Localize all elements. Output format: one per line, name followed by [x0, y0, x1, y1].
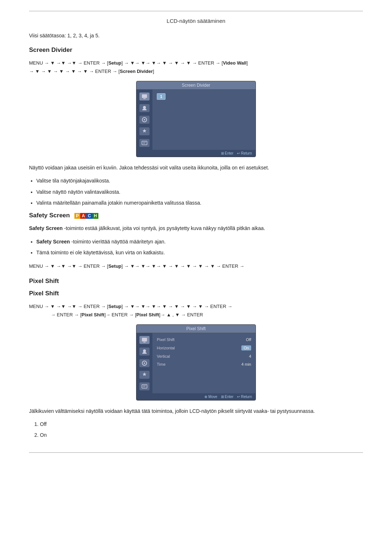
ps-row-vertical: Vertical 4	[157, 353, 251, 359]
ps-value-pixel-shift: Off	[246, 337, 251, 342]
safety-bullet-2: Tämä toiminto ei ole käytettävissä, kun …	[36, 249, 363, 257]
ps-sidebar-icon-3	[139, 359, 150, 367]
sidebar-icon-5	[139, 139, 150, 147]
pixel-shift-description: Jälkikuvien välttämiseksi näytöllä voida…	[29, 407, 363, 415]
badge-h: H	[93, 213, 99, 219]
screen-divider-mock-body: 1	[136, 90, 256, 150]
screen-divider-title: Screen Divider	[29, 46, 363, 54]
svg-rect-1	[143, 98, 146, 99]
screen-divider-mock: Screen Divider	[136, 81, 256, 157]
svg-rect-0	[142, 94, 147, 98]
svg-rect-9	[143, 342, 146, 342]
pixel-shift-image: Pixel Shift	[29, 324, 363, 401]
screen-divider-description: Näyttö voidaan jakaa useisiin eri kuviin…	[29, 164, 363, 172]
menu-path-line2: → ▼ → ▼ → ▼ → ▼ → ▼ → ENTER → [Screen Di…	[29, 69, 154, 74]
svg-rect-8	[142, 338, 147, 341]
ps-row-horizontal: Horizontal On	[157, 345, 251, 351]
safety-menu-path: MENU → ▼ →▼ →▼ → ENTER → [Setup] → ▼→ ▼→…	[29, 263, 244, 269]
ps-value-horizontal: On	[241, 345, 251, 350]
svg-point-10	[143, 349, 146, 352]
svg-point-2	[143, 106, 146, 109]
ps-content: Pixel Shift Off Horizontal On Vertical 4…	[152, 333, 256, 393]
screen-divider-content: 1	[152, 90, 256, 150]
ps-sidebar	[136, 333, 152, 393]
bullet-item-3: Valinta määritellään painamalla jotakin …	[36, 199, 363, 207]
ps-value-time: 4 min	[241, 362, 251, 366]
numbered-item-on: On	[40, 431, 363, 439]
svg-rect-13	[142, 385, 147, 388]
ps-sidebar-icon-1	[139, 336, 150, 344]
screen-footer: ⊞ Enter ↩ Return	[136, 150, 256, 157]
pixel-shift-mock: Pixel Shift	[136, 324, 256, 401]
badge-a: A	[80, 213, 86, 219]
badge-c: C	[86, 213, 93, 219]
screen-divider-menu-path: MENU → ▼ →▼ →▼ → ENTER → [Setup] → ▼→ ▼→…	[29, 59, 363, 76]
page-title: LCD-näytön säätäminen	[29, 18, 363, 24]
sidebar-icon-1	[139, 93, 150, 100]
ps-menu-line1: MENU → ▼ →▼ →▼ → ENTER → [Setup] → ▼→ ▼→…	[29, 304, 232, 309]
ps-footer-enter: ⊞ Enter	[221, 395, 234, 399]
ps-sidebar-icon-4	[139, 371, 150, 379]
ps-sidebar-icon-2	[139, 348, 150, 356]
ps-row-time: Time 4 min	[157, 361, 251, 367]
sidebar-icon-2	[139, 104, 150, 112]
page-wrapper: LCD-näytön säätäminen Viisi säätötasoa: …	[0, 0, 392, 554]
top-divider	[29, 11, 363, 11]
ps-footer-move: ⊕ Move	[204, 395, 217, 399]
screen-divider-image: Screen Divider	[29, 81, 363, 157]
footer-return: ↩ Return	[237, 151, 252, 155]
bullet-item-1: Valitse tila näytönjakajavalikosta.	[36, 177, 363, 185]
safety-screen-bullets: Safety Screen -toiminto vierittää näyttö…	[36, 238, 363, 257]
selected-value: 1	[157, 93, 166, 100]
svg-point-12	[144, 362, 145, 364]
safety-screen-desc-text: -toiminto estää jälkikuvat, joita voi sy…	[63, 225, 265, 231]
pixel-shift-numbered: Off On	[40, 420, 363, 439]
svg-point-4	[144, 119, 145, 120]
bottom-divider	[29, 452, 363, 453]
sidebar-icon-4	[139, 127, 150, 135]
screen-sidebar	[136, 90, 152, 150]
footer-enter: ⊞ Enter	[221, 151, 234, 155]
ps-label-pixel-shift: Pixel Shift	[157, 337, 175, 342]
ps-footer: ⊕ Move ⊞ Enter ↩ Return	[136, 393, 256, 400]
safety-bullet1-text: -toiminto vierittää näyttöä määritetyn a…	[70, 239, 166, 245]
intro-text: Viisi säätötasoa: 1, 2, 3, 4, ja 5.	[29, 33, 363, 38]
pixel-shift-title-1: Pixel Shift	[29, 278, 363, 285]
pixel-shift-menu-path: MENU → ▼ →▼ →▼ → ENTER → [Setup] → ▼→ ▼→…	[29, 302, 363, 319]
ps-row-pixel-shift: Pixel Shift Off	[157, 337, 251, 342]
safety-screen-bold-term: Safety Screen	[29, 225, 63, 231]
pixel-shift-title-2: Pixel Shift	[29, 290, 363, 297]
ps-label-vertical: Vertical	[157, 354, 170, 358]
numbered-item-off: Off	[40, 420, 363, 428]
ps-footer-return: ↩ Return	[237, 395, 252, 399]
ps-sidebar-icon-5	[139, 382, 150, 390]
safety-screen-badges: P A C H	[74, 213, 98, 219]
pixel-shift-mock-title: Pixel Shift	[136, 325, 256, 333]
menu-path-line1: MENU → ▼ →▼ →▼ → ENTER → [Setup] → ▼→ ▼→…	[29, 60, 248, 66]
ps-label-horizontal: Horizontal	[157, 346, 175, 350]
badge-p: P	[74, 213, 80, 219]
screen-content-row: 1	[157, 93, 251, 100]
safety-bullet-1: Safety Screen -toiminto vierittää näyttö…	[36, 238, 363, 246]
bullet-item-2: Valitse näyttö näytön valintavalikosta.	[36, 188, 363, 196]
ps-label-time: Time	[157, 362, 166, 366]
pixel-shift-body: Pixel Shift Off Horizontal On Vertical 4…	[136, 333, 256, 393]
safety-screen-menu-path: MENU → ▼ →▼ →▼ → ENTER → [Setup] → ▼→ ▼→…	[29, 262, 363, 270]
ps-menu-line2: → ENTER → [Pixel Shift]→ ENTER → [Pixel …	[51, 312, 203, 317]
svg-rect-5	[142, 141, 147, 145]
safety-screen-description: Safety Screen -toiminto estää jälkikuvat…	[29, 224, 363, 232]
screen-divider-mock-title: Screen Divider	[136, 81, 256, 90]
ps-value-vertical: 4	[249, 354, 251, 358]
screen-divider-bullets: Valitse tila näytönjakajavalikosta. Vali…	[36, 177, 363, 207]
safety-bullet1-bold: Safety Screen	[36, 239, 70, 245]
safety-screen-title: Safety Screen P A C H	[29, 212, 363, 219]
sidebar-icon-3	[139, 116, 150, 124]
